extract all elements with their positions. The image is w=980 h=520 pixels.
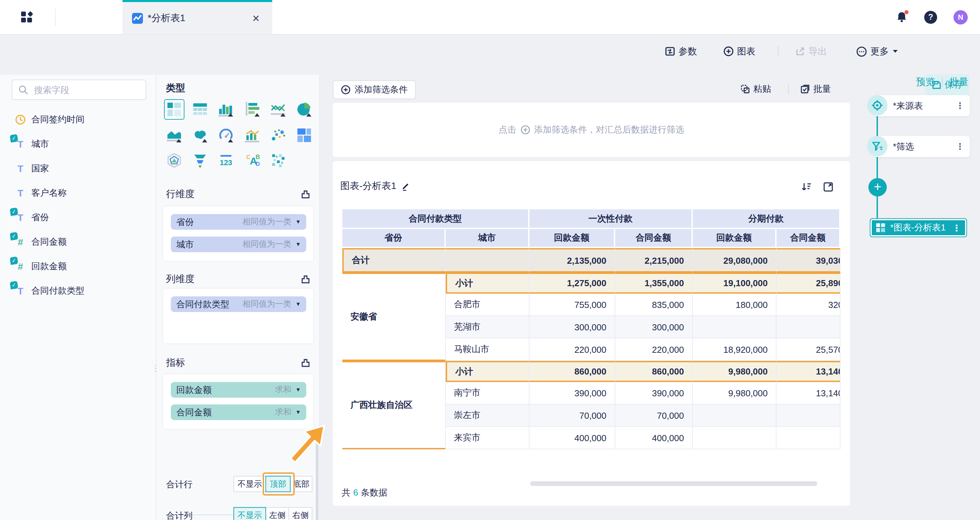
chart-type-kpi-card[interactable]: 123 (216, 150, 237, 171)
clear-section-icon[interactable] (301, 274, 310, 284)
funnel-chart-icon (192, 153, 208, 168)
chart-type-bar-chart[interactable] (242, 99, 262, 120)
export-button[interactable]: 导出 (795, 34, 827, 69)
text-field-icon: T✓ (15, 285, 26, 296)
section-label-列维度: 列维度 (166, 273, 195, 285)
chart-type-gauge-chart[interactable] (216, 125, 237, 145)
chip-合同金额[interactable]: 合同金额求和▼ (171, 404, 306, 420)
sort-icon[interactable] (801, 181, 812, 192)
setting-option-右侧[interactable]: 右侧 (288, 507, 312, 520)
export-icon (795, 46, 805, 56)
table-cell: 400,000 (530, 427, 615, 449)
params-button[interactable]: 参数 (665, 34, 697, 69)
toolbar-separator (778, 46, 778, 57)
clear-section-icon[interactable] (301, 358, 310, 368)
header-col: 合同金额 (615, 229, 693, 248)
setting-group-合计行: 不显示顶部底部 (234, 476, 312, 492)
help-icon[interactable]: ? (924, 11, 937, 24)
chip-回款金额[interactable]: 回款金额求和▼ (171, 382, 306, 398)
chart-type-column-chart[interactable] (216, 99, 237, 120)
setting-option-左侧[interactable]: 左侧 (266, 507, 289, 520)
config-panel-scrollbar[interactable] (316, 438, 318, 520)
chart-type-area-chart[interactable] (164, 125, 185, 145)
flow-node[interactable]: *来源表⋮ (874, 95, 970, 116)
number-field-icon: #✓ (15, 236, 26, 247)
chart-type-funnel-chart[interactable] (190, 150, 210, 171)
chart-type-pivot-table[interactable] (164, 99, 185, 120)
setting-option-顶部[interactable]: 顶部 (266, 476, 291, 492)
expand-icon[interactable] (823, 181, 834, 192)
total-row[interactable]: 合计2,135,0002,215,00029,080,00039,030,000 (342, 248, 840, 273)
user-avatar[interactable]: N (953, 10, 968, 24)
chart-type-map-chart[interactable] (190, 125, 210, 145)
table-cell: 835,000 (615, 294, 693, 316)
table-cell: 220,000 (615, 339, 693, 361)
add-filter-button[interactable]: 添加筛选条件 (333, 80, 416, 99)
notification-bell-icon[interactable] (896, 11, 908, 23)
pivot-table-container: 合同付款类型一次性付款分期付款省份城市回款金额合同金额回款金额合同金额合计2,1… (342, 209, 840, 449)
plus-circle-icon (724, 46, 733, 56)
chart-type-pie-chart[interactable] (294, 99, 314, 120)
subtotal-row[interactable]: 安徽省小计1,275,0001,355,00019,100,00025,890,… (342, 273, 840, 294)
chip-caret-icon: ▼ (295, 409, 301, 415)
field-item-国家[interactable]: T国家 (0, 159, 156, 179)
caret-down-icon (892, 49, 898, 54)
preview-link[interactable]: 预览 (916, 76, 935, 88)
chip-合同付款类型[interactable]: 合同付款类型相同值为一类▼ (171, 296, 306, 312)
empty-filter-area[interactable]: 点击 添加筛选条件，对汇总后数据进行筛选 (333, 103, 850, 157)
chart-type-line-chart[interactable] (268, 99, 288, 120)
batch-link[interactable]: 批量 (950, 76, 969, 88)
table-cell: 9,980,000 (693, 361, 776, 382)
setting-group-合计列: 不显示左侧右侧 (234, 507, 312, 520)
field-item-省份[interactable]: T✓省份 (0, 207, 156, 228)
chip-caret-icon: ▼ (295, 301, 301, 307)
add-node-button[interactable]: + (869, 178, 887, 197)
add-chart-button[interactable]: 图表 (724, 34, 756, 69)
chart-type-combo-chart[interactable] (242, 125, 262, 145)
table-cell: 1,355,000 (615, 273, 693, 294)
chart-type-scatter-chart[interactable] (268, 125, 288, 145)
field-item-合同付款类型[interactable]: T✓合同付款类型 (0, 281, 156, 301)
setting-option-底部[interactable]: 底部 (290, 476, 312, 492)
node-menu-icon[interactable]: ⋮ (956, 101, 964, 111)
table-cell: 300,000 (615, 316, 693, 339)
chart-type-word-cloud[interactable]: CABD (242, 150, 262, 171)
home-grid-icon[interactable] (21, 11, 33, 23)
edit-pencil-icon[interactable] (401, 181, 411, 191)
chip-caret-icon: ▼ (295, 241, 301, 247)
chart-type-treemap-chart[interactable] (294, 125, 314, 145)
tab-analysis-sheet[interactable]: *分析表1 ✕ (123, 0, 272, 34)
setting-label-合计列: 合计列 (166, 510, 192, 520)
flow-node-selected[interactable]: *图表-分析表1⋮ (870, 218, 967, 237)
clear-section-icon[interactable] (301, 190, 310, 199)
setting-option-不显示[interactable]: 不显示 (234, 476, 266, 492)
chart-type-table[interactable] (190, 99, 210, 120)
node-menu-icon[interactable]: ⋮ (952, 223, 961, 233)
chart-type-pixel-chart[interactable] (268, 150, 288, 171)
field-search-box[interactable] (11, 79, 146, 100)
node-menu-icon[interactable]: ⋮ (956, 141, 964, 152)
flow-node[interactable]: *筛选⋮ (874, 136, 970, 157)
search-icon (18, 85, 28, 95)
date-field-icon (15, 114, 26, 125)
field-search-input[interactable] (33, 84, 140, 95)
field-item-客户名称[interactable]: T客户名称 (0, 183, 156, 203)
table-cell: 180,000 (693, 294, 776, 316)
setting-option-不显示[interactable]: 不显示 (234, 507, 266, 520)
paste-button[interactable]: 粘贴 (740, 82, 771, 96)
tab-close-icon[interactable]: ✕ (250, 11, 263, 25)
table-horizontal-scrollbar[interactable] (530, 481, 817, 486)
table-cell (446, 248, 530, 273)
field-item-合同签约时间[interactable]: 合同签约时间 (0, 109, 156, 130)
field-item-城市[interactable]: T✓城市 (0, 134, 156, 154)
chip-城市[interactable]: 城市相同值为一类▼ (171, 236, 306, 252)
subtotal-row[interactable]: 广西壮族自治区小计860,000860,0009,980,00013,140,0… (342, 361, 840, 382)
chart-type-radar-chart[interactable] (164, 150, 185, 171)
field-item-合同金额[interactable]: #✓合同金额 (0, 232, 156, 252)
field-item-回款金额[interactable]: #✓回款金额 (0, 256, 156, 277)
chip-省份[interactable]: 省份相同值为一类▼ (171, 214, 306, 230)
params-icon (665, 46, 675, 56)
field-checked-badge: ✓ (10, 257, 18, 265)
batch-button[interactable]: 批量 (800, 82, 831, 96)
more-button[interactable]: 更多 (856, 34, 898, 69)
